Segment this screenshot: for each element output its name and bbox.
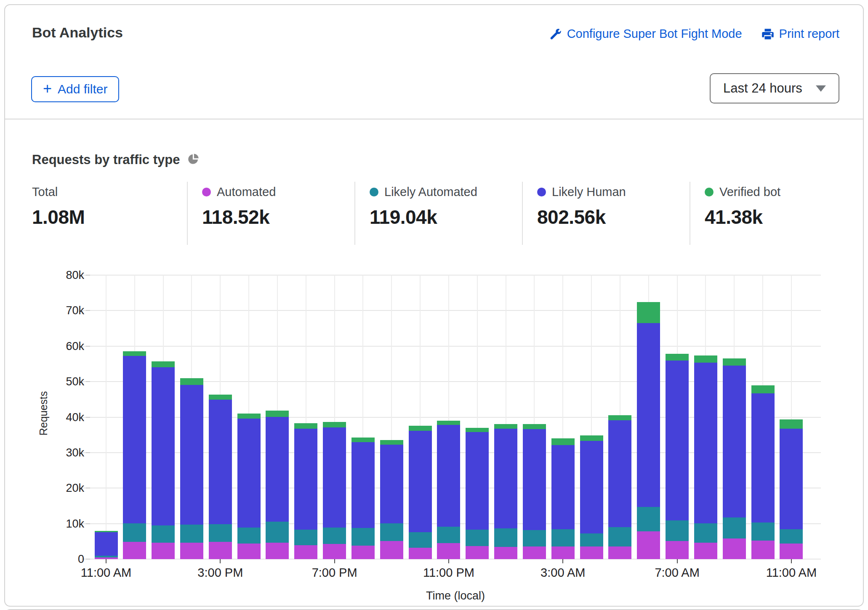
bar-segment-likely-human bbox=[751, 393, 775, 522]
bar-1200pm[interactable] bbox=[123, 351, 146, 559]
bar-segment-likely-human bbox=[637, 323, 660, 507]
y-tick-label: 50k bbox=[48, 375, 84, 388]
bar-800pm[interactable] bbox=[351, 438, 375, 559]
bar-500am[interactable] bbox=[608, 415, 631, 559]
bar-segment-likely-automated bbox=[466, 530, 489, 546]
bar-segment-likely-human bbox=[180, 385, 203, 525]
x-axis-tick bbox=[106, 559, 107, 563]
bar-300am[interactable] bbox=[551, 438, 575, 559]
bar-segment-verified-bot bbox=[780, 419, 803, 429]
bar-segment-likely-human bbox=[294, 429, 317, 530]
y-axis-tick bbox=[86, 310, 90, 311]
bar-1100am[interactable] bbox=[780, 419, 803, 559]
stat-verified-bot[interactable]: Verified bot 41.38k bbox=[690, 182, 857, 245]
bar-segment-likely-automated bbox=[351, 528, 375, 546]
x-axis-tick bbox=[677, 559, 678, 563]
stat-total: Total 1.08M bbox=[32, 182, 187, 245]
bar-400pm[interactable] bbox=[237, 414, 261, 559]
bar-segment-automated bbox=[152, 543, 175, 559]
bar-segment-likely-human bbox=[494, 429, 517, 528]
y-tick-label: 70k bbox=[48, 304, 84, 317]
bar-200pm[interactable] bbox=[180, 378, 203, 559]
bar-900am[interactable] bbox=[723, 358, 746, 559]
bar-500pm[interactable] bbox=[266, 411, 289, 559]
bar-1000pm[interactable] bbox=[409, 426, 432, 559]
bar-100am[interactable] bbox=[494, 424, 517, 559]
bar-segment-verified-bot bbox=[237, 414, 261, 419]
bar-1000am[interactable] bbox=[751, 385, 775, 559]
add-filter-button[interactable]: + Add filter bbox=[31, 76, 119, 102]
bar-segment-automated bbox=[580, 546, 603, 559]
bar-400am[interactable] bbox=[580, 435, 603, 559]
bar-segment-automated bbox=[209, 542, 232, 559]
x-axis-tick bbox=[448, 559, 449, 563]
bar-segment-verified-bot bbox=[323, 422, 346, 427]
page-title: Bot Analytics bbox=[32, 24, 123, 41]
time-range-value: Last 24 hours bbox=[723, 81, 802, 96]
bar-1100pm[interactable] bbox=[437, 421, 460, 559]
bar-100pm[interactable] bbox=[152, 361, 175, 559]
stat-likely-automated[interactable]: Likely Automated 119.04k bbox=[354, 182, 522, 245]
bot-analytics-card: Bot Analytics Configure Super Bot Fight … bbox=[4, 4, 864, 607]
bar-segment-automated bbox=[266, 543, 289, 559]
bar-segment-verified-bot bbox=[380, 440, 403, 445]
print-report-link[interactable]: Print report bbox=[761, 27, 839, 41]
y-tick-label: 30k bbox=[48, 446, 84, 459]
wrench-icon bbox=[549, 28, 562, 40]
bar-segment-likely-automated bbox=[152, 525, 175, 543]
bar-segment-verified-bot bbox=[180, 378, 203, 385]
configure-super-bot-fight-mode-link[interactable]: Configure Super Bot Fight Mode bbox=[549, 27, 742, 41]
bar-800am[interactable] bbox=[694, 355, 717, 559]
stat-value: 41.38k bbox=[705, 206, 857, 228]
bar-segment-automated bbox=[294, 545, 317, 559]
bar-segment-verified-bot bbox=[409, 426, 432, 431]
bar-900pm[interactable] bbox=[380, 440, 403, 559]
stat-automated[interactable]: Automated 118.52k bbox=[187, 182, 354, 245]
bar-700pm[interactable] bbox=[323, 422, 346, 559]
bar-segment-likely-automated bbox=[723, 517, 746, 538]
bar-200am[interactable] bbox=[523, 424, 546, 559]
bar-300pm[interactable] bbox=[209, 395, 232, 559]
section-title-row: Requests by traffic type bbox=[32, 152, 199, 167]
bar-segment-likely-human bbox=[580, 441, 603, 533]
stat-likely-human[interactable]: Likely Human 802.56k bbox=[522, 182, 690, 245]
bar-segment-automated bbox=[608, 546, 631, 559]
stat-label: Likely Automated bbox=[384, 185, 477, 199]
bar-segment-verified-bot bbox=[152, 361, 175, 367]
time-range-select[interactable]: Last 24 hours bbox=[710, 73, 839, 103]
chevron-down-icon bbox=[816, 85, 826, 92]
add-filter-label: Add filter bbox=[58, 82, 107, 96]
bar-segment-automated bbox=[466, 546, 489, 559]
bar-segment-verified-bot bbox=[209, 395, 232, 400]
bar-segment-verified-bot bbox=[637, 302, 660, 323]
x-axis-tick bbox=[220, 559, 221, 563]
bar-600pm[interactable] bbox=[294, 423, 317, 559]
x-tick-label: 3:00 PM bbox=[174, 566, 266, 580]
stat-label: Likely Human bbox=[552, 185, 626, 199]
likely-human-legend-dot bbox=[537, 188, 546, 196]
bar-700am[interactable] bbox=[666, 354, 689, 559]
bar-segment-likely-human bbox=[323, 427, 346, 528]
bar-segment-likely-automated bbox=[294, 530, 317, 545]
bar-segment-likely-automated bbox=[209, 524, 232, 541]
stat-label: Automated bbox=[217, 185, 276, 199]
bar-segment-verified-bot bbox=[666, 354, 689, 360]
bar-segment-likely-human bbox=[780, 429, 803, 530]
stacked-bar-chart: Time (local) 010k20k30k40k50k60k70k80k11… bbox=[90, 275, 821, 559]
bar-segment-automated bbox=[380, 541, 403, 559]
bar-segment-automated bbox=[666, 541, 689, 559]
stat-label: Total bbox=[32, 185, 58, 199]
bar-segment-likely-human bbox=[123, 356, 146, 523]
bar-1200am[interactable] bbox=[466, 428, 489, 559]
bar-1100am[interactable] bbox=[95, 531, 118, 559]
y-axis-tick bbox=[86, 559, 90, 560]
bar-segment-likely-automated bbox=[780, 529, 803, 544]
automated-legend-dot bbox=[202, 188, 211, 196]
bar-segment-verified-bot bbox=[494, 424, 517, 428]
bar-segment-likely-automated bbox=[123, 523, 146, 542]
bar-600am[interactable] bbox=[637, 302, 660, 559]
bar-segment-verified-bot bbox=[351, 438, 375, 442]
bar-segment-verified-bot bbox=[123, 351, 146, 356]
traffic-type-stats: Total 1.08M Automated 118.52k Likely Aut… bbox=[32, 182, 857, 245]
y-axis-tick bbox=[86, 381, 90, 382]
